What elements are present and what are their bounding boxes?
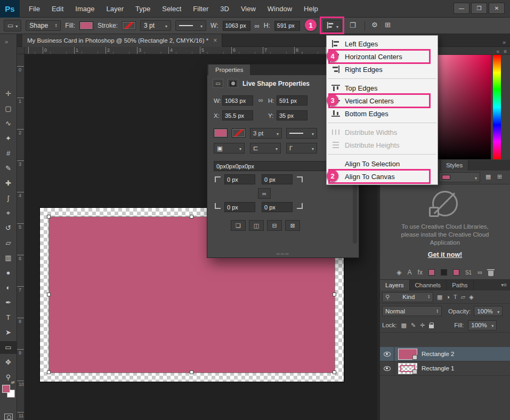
width-input[interactable] — [223, 21, 250, 31]
restore-button[interactable]: ❐ — [471, 3, 487, 14]
color-asset-swatch[interactable] — [441, 269, 447, 276]
collapse-panel-icon[interactable]: « — [496, 49, 499, 54]
mask-properties-icon[interactable] — [228, 79, 238, 88]
menu-item-horizontal-centers[interactable]: Horizontal Centers — [327, 50, 438, 63]
foreground-color-swatch[interactable] — [2, 385, 10, 393]
pen-tool[interactable]: ✒ — [0, 296, 17, 309]
toolbar-chevron-icon[interactable] — [5, 36, 8, 46]
tab-styles[interactable]: Styles — [441, 160, 468, 171]
selection-handle[interactable] — [333, 370, 336, 374]
filter-adjustment-icon[interactable]: ◑ — [446, 294, 450, 300]
vertical-ruler[interactable]: 0 1 2 3 4 5 6 7 8 9 10 11 — [17, 54, 25, 420]
layer-name[interactable]: Rectangle 1 — [422, 365, 454, 371]
stroke-type-select[interactable] — [175, 20, 206, 31]
prop-stroke-width-select[interactable]: 3 pt — [250, 128, 282, 139]
close-button[interactable]: ✕ — [489, 3, 505, 14]
tool-preset-button[interactable]: ▭ — [4, 20, 21, 31]
blend-mode-select[interactable]: Normal — [382, 306, 442, 316]
hand-tool[interactable]: ✥ — [0, 356, 17, 369]
layer-row-rectangle-2[interactable]: Rectangle 2 — [380, 347, 510, 361]
dodge-tool[interactable]: ◐ — [0, 281, 17, 294]
path-selection-tool[interactable]: ➤ — [0, 326, 17, 339]
bl-radius-input[interactable] — [224, 202, 255, 212]
type-tool[interactable]: T — [0, 311, 17, 324]
menu-item-bottom-edges[interactable]: Bottom Edges — [327, 107, 438, 120]
layer-thumbnail[interactable] — [398, 349, 417, 360]
ink-icon[interactable]: ◈ — [396, 269, 401, 276]
prop-stroke-swatch[interactable] — [232, 128, 246, 138]
move-tool[interactable]: ✛ — [0, 87, 17, 100]
selection-handle[interactable] — [47, 293, 51, 296]
menu-item-right-edges[interactable]: Right Edges — [327, 63, 438, 76]
constrain-icon[interactable]: ⊞ — [385, 21, 391, 29]
height-input[interactable] — [274, 21, 300, 31]
prop-fill-swatch[interactable] — [214, 128, 228, 138]
prop-stroke-type-select[interactable] — [286, 128, 317, 139]
panel-resize-grip[interactable] — [276, 251, 289, 256]
fill-select[interactable]: 100% — [468, 320, 497, 330]
quick-selection-tool[interactable]: ✦ — [0, 132, 17, 145]
menu-layer[interactable]: Layer — [101, 0, 130, 18]
grid-view-icon[interactable]: ▦ — [485, 173, 491, 180]
opacity-select[interactable]: 100% — [474, 306, 503, 316]
filter-smart-object-icon[interactable]: ◈ — [469, 294, 473, 301]
prop-width-input[interactable] — [222, 95, 253, 106]
layer-thumbnail[interactable] — [398, 363, 417, 374]
get-it-now-link[interactable]: Get it now! — [380, 251, 510, 259]
style-reference-icon[interactable]: S1 — [465, 270, 472, 276]
pathfinder-combine-button[interactable]: ❏ — [231, 220, 246, 231]
lasso-tool[interactable]: ∿ — [0, 117, 17, 130]
layer-name[interactable]: Rectangle 2 — [422, 351, 454, 357]
panel-menu-icon[interactable]: ▾≡ — [501, 282, 507, 288]
kind-filter-select[interactable]: ⚲ Kind — [382, 292, 433, 302]
horizontal-ruler[interactable]: 0 1 2 3 4 5 6 7 8 — [17, 47, 377, 54]
lock-position-icon[interactable]: ✛ — [420, 322, 425, 329]
path-arrange-icon[interactable]: ❐ — [350, 21, 356, 29]
tr-radius-input[interactable] — [262, 174, 293, 184]
menu-item-top-edges[interactable]: Top Edges — [327, 82, 438, 94]
rectangle-tool[interactable]: ▭ — [0, 341, 17, 354]
link-radii-button[interactable]: ∞ — [258, 188, 271, 199]
menu-select[interactable]: Select — [156, 0, 187, 18]
minimize-button[interactable]: — — [454, 3, 469, 14]
tab-channels[interactable]: Channels — [410, 280, 447, 290]
lock-transparency-icon[interactable]: ▩ — [401, 322, 407, 329]
lock-all-icon[interactable] — [429, 325, 434, 328]
color-asset-swatch[interactable] — [453, 269, 459, 276]
swap-colors-icon[interactable]: ⇄ — [11, 380, 15, 385]
menu-image[interactable]: Image — [69, 0, 100, 18]
stroke-swatch[interactable] — [122, 21, 136, 30]
chain-icon[interactable]: ∞ — [477, 269, 482, 276]
tl-radius-input[interactable] — [224, 174, 255, 184]
menu-help[interactable]: Help — [298, 0, 324, 18]
properties-tab[interactable]: Properties — [208, 64, 250, 75]
prop-y-input[interactable] — [277, 110, 307, 120]
dock-chevron-icon[interactable] — [503, 37, 506, 46]
menu-window[interactable]: Window — [262, 0, 298, 18]
crop-tool[interactable]: # — [0, 147, 17, 160]
marquee-tool[interactable]: ▢ — [0, 102, 17, 115]
menu-3d[interactable]: 3D — [214, 0, 235, 18]
panel-menu-icon[interactable]: ≡ — [504, 49, 507, 54]
visibility-toggle[interactable] — [380, 361, 394, 376]
gear-icon[interactable]: ⚙ — [371, 21, 378, 29]
gradient-tool[interactable]: ▥ — [0, 252, 17, 264]
layer-style-icon[interactable]: fx — [418, 269, 423, 276]
eyedropper-tool[interactable]: ✎ — [0, 162, 17, 175]
menu-item-left-edges[interactable]: Left Edges — [327, 37, 438, 50]
quick-mask-icon[interactable] — [4, 414, 13, 420]
tab-paths[interactable]: Paths — [447, 280, 473, 290]
fill-swatch[interactable] — [79, 21, 93, 30]
stroke-align-select[interactable]: ▣ — [214, 143, 245, 154]
new-item-icon[interactable]: ⊞ — [497, 173, 502, 180]
healing-brush-tool[interactable]: ✚ — [0, 177, 17, 190]
close-tab-icon[interactable]: × — [213, 37, 217, 44]
stroke-caps-select[interactable]: ⊏ — [250, 143, 281, 154]
stroke-width-select[interactable]: 3 pt — [140, 20, 171, 31]
eraser-tool[interactable]: ▱ — [0, 237, 17, 249]
menu-item-align-to-selection[interactable]: Align To Selection — [327, 157, 438, 170]
pathfinder-intersect-button[interactable]: ⊟ — [267, 220, 282, 231]
tab-layers[interactable]: Layers — [380, 280, 410, 290]
clone-stamp-tool[interactable]: ⌖ — [0, 207, 17, 220]
menu-edit[interactable]: Edit — [46, 0, 69, 18]
